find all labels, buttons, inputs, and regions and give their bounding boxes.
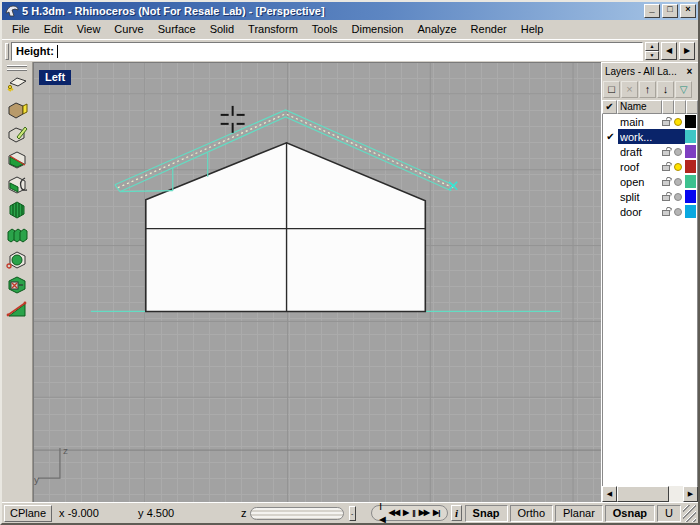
layer-name[interactable]: main (620, 116, 662, 128)
contour-box-icon[interactable] (4, 197, 30, 222)
layer-color-swatch[interactable] (685, 175, 696, 188)
info-button[interactable]: i (451, 505, 461, 521)
layer-name[interactable]: work... (620, 131, 662, 143)
layer-name[interactable]: door (620, 206, 662, 218)
layers-close-icon[interactable]: × (683, 66, 696, 78)
menu-item-view[interactable]: View (70, 21, 108, 38)
layer-color-swatch[interactable] (685, 115, 696, 128)
viewport-canvas[interactable]: z y (34, 63, 601, 502)
toolbar-grip[interactable] (7, 65, 27, 67)
bulb-icon[interactable] (674, 178, 682, 186)
layer-color-swatch[interactable] (685, 130, 696, 143)
spin-down-icon[interactable]: ▼ (645, 51, 659, 60)
lock-icon[interactable] (662, 150, 670, 156)
menu-item-transform[interactable]: Transform (241, 21, 305, 38)
menu-item-render[interactable]: Render (464, 21, 514, 38)
close-button[interactable]: × (680, 4, 696, 18)
bulb-icon[interactable] (674, 163, 682, 171)
z-slider-thumb[interactable]: - (349, 506, 356, 521)
lock-icon[interactable] (662, 195, 670, 201)
layer-color-swatch[interactable] (685, 160, 696, 173)
layer-row-door[interactable]: door (603, 204, 697, 219)
layer-row-split[interactable]: split (603, 189, 697, 204)
maximize-button[interactable]: □ (662, 4, 678, 18)
array-box-icon[interactable] (4, 222, 30, 247)
filter-icon[interactable]: ▽ (675, 81, 692, 98)
layer-row-main[interactable]: main (603, 114, 697, 129)
snap-toggle[interactable]: Snap (465, 505, 508, 522)
lock-icon[interactable] (662, 120, 670, 126)
go-last-icon[interactable]: ▶| (433, 506, 439, 520)
layer-row-roof[interactable]: roof (603, 159, 697, 174)
house-outline[interactable] (146, 143, 426, 312)
surface-plane-icon[interactable] (4, 72, 30, 97)
extrude-surface-icon[interactable] (4, 97, 30, 122)
menu-item-edit[interactable]: Edit (37, 21, 70, 38)
scrollbar-track[interactable] (617, 486, 683, 502)
menu-item-curve[interactable]: Curve (107, 21, 150, 38)
command-input[interactable]: Height: (11, 42, 643, 61)
layer-row-draft[interactable]: draft (603, 144, 697, 159)
menu-item-file[interactable]: File (5, 21, 37, 38)
edit-surface-icon[interactable] (4, 122, 30, 147)
layer-name[interactable]: split (620, 191, 662, 203)
bulb-icon[interactable] (674, 148, 682, 156)
osnap-toggle[interactable]: Osnap (605, 505, 655, 522)
menu-item-tools[interactable]: Tools (305, 21, 345, 38)
box-curve-icon[interactable] (4, 172, 30, 197)
scroll-right-icon[interactable]: ▶ (683, 486, 698, 502)
layer-name[interactable]: roof (620, 161, 662, 173)
lock-icon[interactable] (662, 165, 670, 171)
menu-item-help[interactable]: Help (514, 21, 551, 38)
move-up-icon[interactable]: ↑ (639, 81, 656, 98)
header-current-column[interactable]: ✔ (602, 100, 617, 114)
boolean-box-icon[interactable] (4, 272, 30, 297)
sphere-box-icon[interactable] (4, 247, 30, 272)
menu-item-surface[interactable]: Surface (151, 21, 203, 38)
units-toggle[interactable]: U (657, 505, 681, 522)
bulb-icon[interactable] (674, 208, 682, 216)
scroll-left-icon[interactable]: ◀ (602, 486, 617, 502)
play-icon[interactable]: ▶ (403, 506, 408, 520)
bulb-icon[interactable] (674, 193, 682, 201)
fast-forward-icon[interactable]: ▶▶ (419, 506, 429, 520)
command-bar-grip[interactable] (5, 43, 9, 60)
menu-item-solid[interactable]: Solid (203, 21, 241, 38)
header-name-column[interactable]: Name (617, 100, 662, 114)
layer-name[interactable]: open (620, 176, 662, 188)
command-spinner[interactable]: ▲ ▼ (645, 42, 659, 60)
bulb-icon[interactable] (674, 118, 682, 126)
spin-up-icon[interactable]: ▲ (645, 42, 659, 51)
layers-panel-titlebar[interactable]: Layers - All La... × (602, 63, 698, 79)
planar-toggle[interactable]: Planar (555, 505, 603, 522)
new-layer-icon[interactable]: □ (603, 81, 620, 98)
layers-hscrollbar[interactable]: ◀ ▶ (602, 486, 698, 502)
toolbar-grip[interactable] (7, 69, 27, 71)
lock-icon[interactable] (662, 210, 670, 216)
rewind-icon[interactable]: ◀◀ (389, 506, 399, 520)
layer-color-swatch[interactable] (685, 190, 696, 203)
layer-row-open[interactable]: open (603, 174, 697, 189)
shear-box-icon[interactable] (4, 147, 30, 172)
ortho-toggle[interactable]: Ortho (510, 505, 554, 522)
viewport-label[interactable]: Left (39, 70, 71, 85)
go-first-icon[interactable]: |◀ (380, 499, 385, 525)
delete-layer-icon[interactable]: × (621, 81, 638, 98)
title-bar[interactable]: 5 H.3dm - Rhinoceros (Not For Resale Lab… (2, 2, 698, 20)
pause-icon[interactable]: || (412, 506, 414, 520)
layer-color-swatch[interactable] (685, 205, 696, 218)
lock-icon[interactable] (662, 180, 670, 186)
sweep-surface-icon[interactable] (4, 297, 30, 322)
layer-name[interactable]: draft (620, 146, 662, 158)
minimize-button[interactable]: _ (644, 4, 660, 18)
history-left-button[interactable]: ◀ (661, 42, 677, 60)
header-color-column[interactable] (686, 100, 698, 114)
layer-color-swatch[interactable] (685, 145, 696, 158)
header-bulb-column[interactable] (674, 100, 686, 114)
viewport-left[interactable]: Left (33, 62, 601, 502)
header-lock-column[interactable] (662, 100, 674, 114)
cplane-button[interactable]: CPlane (4, 505, 52, 522)
move-down-icon[interactable]: ↓ (657, 81, 674, 98)
menu-item-dimension[interactable]: Dimension (345, 21, 411, 38)
menu-item-analyze[interactable]: Analyze (410, 21, 463, 38)
